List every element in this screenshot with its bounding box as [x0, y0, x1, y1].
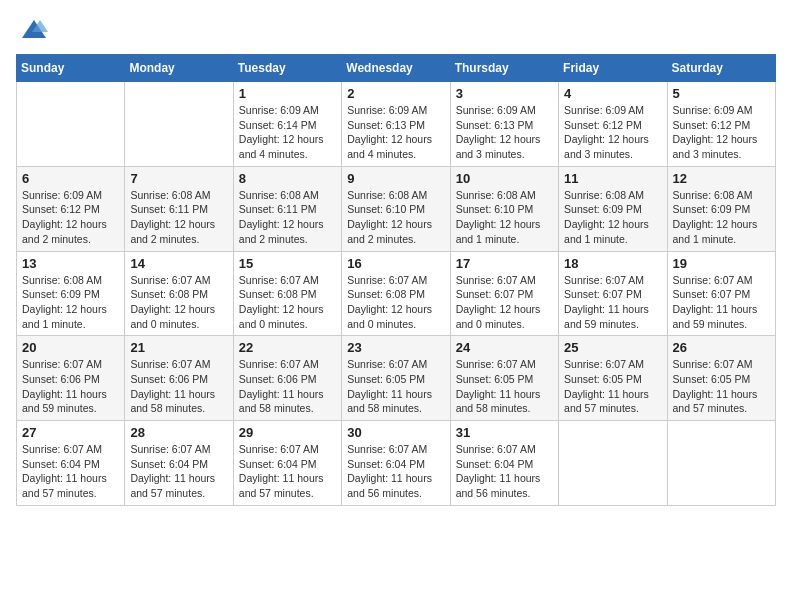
day-number: 7: [130, 171, 227, 186]
day-info: Sunrise: 6:08 AM Sunset: 6:11 PM Dayligh…: [239, 188, 336, 247]
calendar-cell: 21Sunrise: 6:07 AM Sunset: 6:06 PM Dayli…: [125, 336, 233, 421]
calendar-cell: [559, 421, 667, 506]
day-info: Sunrise: 6:07 AM Sunset: 6:07 PM Dayligh…: [564, 273, 661, 332]
calendar-cell: 23Sunrise: 6:07 AM Sunset: 6:05 PM Dayli…: [342, 336, 450, 421]
day-number: 6: [22, 171, 119, 186]
day-info: Sunrise: 6:07 AM Sunset: 6:04 PM Dayligh…: [130, 442, 227, 501]
day-number: 28: [130, 425, 227, 440]
calendar-cell: 1Sunrise: 6:09 AM Sunset: 6:14 PM Daylig…: [233, 82, 341, 167]
day-number: 17: [456, 256, 553, 271]
calendar-week-row: 20Sunrise: 6:07 AM Sunset: 6:06 PM Dayli…: [17, 336, 776, 421]
day-info: Sunrise: 6:07 AM Sunset: 6:07 PM Dayligh…: [673, 273, 770, 332]
day-number: 10: [456, 171, 553, 186]
day-info: Sunrise: 6:08 AM Sunset: 6:10 PM Dayligh…: [347, 188, 444, 247]
calendar-cell: 10Sunrise: 6:08 AM Sunset: 6:10 PM Dayli…: [450, 166, 558, 251]
day-number: 11: [564, 171, 661, 186]
calendar-header-saturday: Saturday: [667, 55, 775, 82]
calendar-header-friday: Friday: [559, 55, 667, 82]
calendar-header-tuesday: Tuesday: [233, 55, 341, 82]
calendar-cell: 5Sunrise: 6:09 AM Sunset: 6:12 PM Daylig…: [667, 82, 775, 167]
day-number: 18: [564, 256, 661, 271]
calendar-cell: 17Sunrise: 6:07 AM Sunset: 6:07 PM Dayli…: [450, 251, 558, 336]
calendar-cell: 15Sunrise: 6:07 AM Sunset: 6:08 PM Dayli…: [233, 251, 341, 336]
day-info: Sunrise: 6:07 AM Sunset: 6:07 PM Dayligh…: [456, 273, 553, 332]
day-info: Sunrise: 6:08 AM Sunset: 6:11 PM Dayligh…: [130, 188, 227, 247]
calendar-cell: 13Sunrise: 6:08 AM Sunset: 6:09 PM Dayli…: [17, 251, 125, 336]
day-number: 26: [673, 340, 770, 355]
day-number: 4: [564, 86, 661, 101]
calendar-cell: 12Sunrise: 6:08 AM Sunset: 6:09 PM Dayli…: [667, 166, 775, 251]
day-info: Sunrise: 6:09 AM Sunset: 6:13 PM Dayligh…: [456, 103, 553, 162]
day-info: Sunrise: 6:09 AM Sunset: 6:14 PM Dayligh…: [239, 103, 336, 162]
day-info: Sunrise: 6:07 AM Sunset: 6:05 PM Dayligh…: [673, 357, 770, 416]
calendar-header-thursday: Thursday: [450, 55, 558, 82]
calendar-cell: 26Sunrise: 6:07 AM Sunset: 6:05 PM Dayli…: [667, 336, 775, 421]
day-info: Sunrise: 6:07 AM Sunset: 6:08 PM Dayligh…: [347, 273, 444, 332]
day-number: 23: [347, 340, 444, 355]
logo-icon: [20, 16, 48, 44]
calendar-week-row: 6Sunrise: 6:09 AM Sunset: 6:12 PM Daylig…: [17, 166, 776, 251]
day-info: Sunrise: 6:09 AM Sunset: 6:13 PM Dayligh…: [347, 103, 444, 162]
day-info: Sunrise: 6:07 AM Sunset: 6:04 PM Dayligh…: [456, 442, 553, 501]
calendar-header-wednesday: Wednesday: [342, 55, 450, 82]
calendar-cell: 28Sunrise: 6:07 AM Sunset: 6:04 PM Dayli…: [125, 421, 233, 506]
day-number: 22: [239, 340, 336, 355]
day-info: Sunrise: 6:07 AM Sunset: 6:05 PM Dayligh…: [564, 357, 661, 416]
day-number: 30: [347, 425, 444, 440]
calendar-cell: 19Sunrise: 6:07 AM Sunset: 6:07 PM Dayli…: [667, 251, 775, 336]
calendar-cell: [125, 82, 233, 167]
day-info: Sunrise: 6:07 AM Sunset: 6:08 PM Dayligh…: [239, 273, 336, 332]
day-number: 16: [347, 256, 444, 271]
day-number: 24: [456, 340, 553, 355]
day-info: Sunrise: 6:07 AM Sunset: 6:08 PM Dayligh…: [130, 273, 227, 332]
day-number: 9: [347, 171, 444, 186]
calendar-cell: 24Sunrise: 6:07 AM Sunset: 6:05 PM Dayli…: [450, 336, 558, 421]
day-info: Sunrise: 6:07 AM Sunset: 6:05 PM Dayligh…: [347, 357, 444, 416]
calendar-cell: 25Sunrise: 6:07 AM Sunset: 6:05 PM Dayli…: [559, 336, 667, 421]
calendar-cell: 4Sunrise: 6:09 AM Sunset: 6:12 PM Daylig…: [559, 82, 667, 167]
calendar-cell: 29Sunrise: 6:07 AM Sunset: 6:04 PM Dayli…: [233, 421, 341, 506]
day-number: 25: [564, 340, 661, 355]
day-number: 31: [456, 425, 553, 440]
calendar-week-row: 27Sunrise: 6:07 AM Sunset: 6:04 PM Dayli…: [17, 421, 776, 506]
calendar-cell: 7Sunrise: 6:08 AM Sunset: 6:11 PM Daylig…: [125, 166, 233, 251]
calendar-cell: [17, 82, 125, 167]
day-info: Sunrise: 6:07 AM Sunset: 6:06 PM Dayligh…: [130, 357, 227, 416]
day-number: 3: [456, 86, 553, 101]
calendar-cell: 18Sunrise: 6:07 AM Sunset: 6:07 PM Dayli…: [559, 251, 667, 336]
page-header: [16, 16, 776, 44]
day-number: 20: [22, 340, 119, 355]
calendar-cell: 3Sunrise: 6:09 AM Sunset: 6:13 PM Daylig…: [450, 82, 558, 167]
calendar-cell: 2Sunrise: 6:09 AM Sunset: 6:13 PM Daylig…: [342, 82, 450, 167]
day-info: Sunrise: 6:07 AM Sunset: 6:04 PM Dayligh…: [347, 442, 444, 501]
calendar-week-row: 1Sunrise: 6:09 AM Sunset: 6:14 PM Daylig…: [17, 82, 776, 167]
calendar-cell: 9Sunrise: 6:08 AM Sunset: 6:10 PM Daylig…: [342, 166, 450, 251]
day-number: 29: [239, 425, 336, 440]
calendar-cell: [667, 421, 775, 506]
calendar-cell: 14Sunrise: 6:07 AM Sunset: 6:08 PM Dayli…: [125, 251, 233, 336]
day-number: 19: [673, 256, 770, 271]
day-number: 8: [239, 171, 336, 186]
day-number: 15: [239, 256, 336, 271]
calendar-cell: 6Sunrise: 6:09 AM Sunset: 6:12 PM Daylig…: [17, 166, 125, 251]
calendar-header-monday: Monday: [125, 55, 233, 82]
day-info: Sunrise: 6:08 AM Sunset: 6:09 PM Dayligh…: [22, 273, 119, 332]
day-number: 5: [673, 86, 770, 101]
day-number: 21: [130, 340, 227, 355]
day-number: 1: [239, 86, 336, 101]
calendar-cell: 8Sunrise: 6:08 AM Sunset: 6:11 PM Daylig…: [233, 166, 341, 251]
calendar-cell: 11Sunrise: 6:08 AM Sunset: 6:09 PM Dayli…: [559, 166, 667, 251]
calendar-cell: 22Sunrise: 6:07 AM Sunset: 6:06 PM Dayli…: [233, 336, 341, 421]
day-info: Sunrise: 6:07 AM Sunset: 6:05 PM Dayligh…: [456, 357, 553, 416]
calendar-cell: 27Sunrise: 6:07 AM Sunset: 6:04 PM Dayli…: [17, 421, 125, 506]
calendar-cell: 20Sunrise: 6:07 AM Sunset: 6:06 PM Dayli…: [17, 336, 125, 421]
day-info: Sunrise: 6:07 AM Sunset: 6:04 PM Dayligh…: [239, 442, 336, 501]
calendar-cell: 30Sunrise: 6:07 AM Sunset: 6:04 PM Dayli…: [342, 421, 450, 506]
day-number: 13: [22, 256, 119, 271]
day-number: 14: [130, 256, 227, 271]
day-info: Sunrise: 6:08 AM Sunset: 6:09 PM Dayligh…: [564, 188, 661, 247]
day-number: 12: [673, 171, 770, 186]
calendar-cell: 31Sunrise: 6:07 AM Sunset: 6:04 PM Dayli…: [450, 421, 558, 506]
day-info: Sunrise: 6:09 AM Sunset: 6:12 PM Dayligh…: [22, 188, 119, 247]
day-info: Sunrise: 6:08 AM Sunset: 6:09 PM Dayligh…: [673, 188, 770, 247]
